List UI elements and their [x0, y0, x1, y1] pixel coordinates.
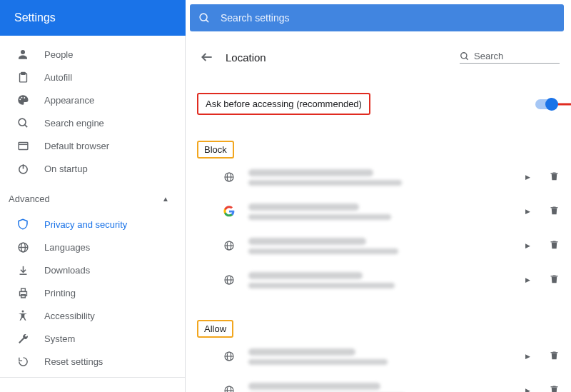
palette-icon — [16, 93, 30, 107]
site-row[interactable]: ▶ — [196, 373, 562, 392]
power-icon — [16, 161, 30, 176]
chevron-up-icon: ▲ — [162, 195, 169, 203]
sidebar-item-languages[interactable]: Languages — [0, 236, 185, 258]
allow-list: ▶▶▶ — [196, 339, 562, 392]
delete-button[interactable] — [549, 239, 560, 252]
sidebar-label: Autofill — [44, 72, 72, 83]
advanced-label: Advanced — [9, 194, 50, 204]
sidebar-advanced-toggle[interactable]: Advanced ▲ — [0, 184, 185, 213]
shield-icon — [16, 217, 30, 231]
svg-point-2 — [21, 50, 25, 54]
page-search-label: Search — [474, 51, 503, 61]
sidebar-item-autofill[interactable]: Autofill — [0, 66, 185, 89]
sidebar-item-reset-settings[interactable]: Reset settings — [0, 350, 185, 373]
svg-point-6 — [21, 97, 23, 99]
svg-point-22 — [22, 311, 24, 313]
delete-button[interactable] — [549, 171, 560, 184]
block-section-header: Block — [196, 139, 562, 160]
back-button[interactable] — [198, 49, 216, 66]
site-row[interactable]: ▶ — [196, 339, 562, 373]
ask-before-row: Ask before accessing (recommended) — [196, 90, 562, 118]
site-text — [248, 383, 525, 393]
sidebar-item-downloads[interactable]: Downloads — [0, 258, 185, 281]
page-search-input[interactable]: Search — [460, 51, 560, 64]
page-title: Location — [226, 51, 266, 64]
site-row[interactable]: ▶ — [196, 194, 562, 228]
search-settings-placeholder: Search settings — [221, 12, 290, 24]
sidebar: People Autofill Appearance Search engine… — [0, 36, 186, 392]
site-row[interactable]: ▶ — [196, 160, 562, 194]
accessibility-icon — [16, 308, 30, 323]
sidebar-item-extensions[interactable]: Extensions — [0, 382, 185, 392]
sidebar-label: Privacy and security — [44, 219, 127, 230]
chevron-right-icon[interactable]: ▶ — [525, 174, 530, 181]
svg-point-25 — [461, 52, 467, 58]
download-icon — [16, 263, 30, 277]
delete-button[interactable] — [549, 205, 560, 218]
block-label: Block — [197, 141, 234, 159]
globe-icon — [223, 171, 236, 184]
app-header: Settings Search settings — [0, 0, 571, 36]
sidebar-label: On startup — [44, 164, 88, 174]
delete-button[interactable] — [549, 273, 560, 286]
sidebar-item-system[interactable]: System — [0, 327, 185, 350]
search-icon — [198, 12, 211, 24]
globe-icon — [223, 239, 236, 252]
sidebar-label: System — [44, 333, 75, 344]
chevron-right-icon[interactable]: ▶ — [525, 353, 530, 360]
svg-point-46 — [225, 386, 233, 392]
person-icon — [16, 47, 30, 61]
delete-button[interactable] — [549, 384, 560, 392]
site-text — [248, 169, 525, 186]
toggle-knob — [545, 98, 558, 111]
sidebar-item-people[interactable]: People — [0, 43, 185, 66]
site-row[interactable]: ▶ — [196, 228, 562, 263]
svg-point-7 — [24, 97, 25, 99]
search-icon — [16, 116, 30, 130]
ask-before-label: Ask before accessing (recommended) — [197, 93, 370, 115]
sidebar-label: Printing — [44, 288, 76, 298]
site-row[interactable]: ▶ — [196, 263, 562, 297]
site-text — [248, 348, 525, 365]
ask-before-toggle[interactable] — [535, 99, 557, 109]
svg-point-8 — [19, 119, 26, 126]
svg-point-5 — [19, 99, 21, 100]
printer-icon — [16, 286, 30, 300]
sidebar-item-on-startup[interactable]: On startup — [0, 157, 185, 180]
app-title: Settings — [14, 11, 56, 24]
sidebar-label: Accessibility — [44, 311, 95, 321]
sidebar-item-appearance[interactable]: Appearance — [0, 89, 185, 111]
sidebar-item-search-engine[interactable]: Search engine — [0, 111, 185, 134]
allow-label: Allow — [197, 320, 233, 338]
search-icon — [460, 51, 470, 61]
wrench-icon — [16, 331, 30, 346]
chevron-right-icon[interactable]: ▶ — [525, 208, 530, 215]
sidebar-item-default-browser[interactable]: Default browser — [0, 134, 185, 157]
sidebar-label: Reset settings — [44, 356, 103, 367]
site-text — [248, 238, 525, 254]
site-text — [248, 272, 525, 288]
chevron-right-icon[interactable]: ▶ — [525, 242, 530, 249]
arrow-back-icon — [200, 50, 214, 64]
main-content: Location Search Ask before accessing (re… — [186, 36, 571, 392]
sidebar-label: Search engine — [44, 118, 104, 129]
delete-button[interactable] — [549, 350, 560, 363]
globe-icon — [223, 384, 236, 392]
globe-icon — [223, 273, 236, 286]
sidebar-label: Default browser — [44, 141, 109, 151]
sidebar-item-printing[interactable]: Printing — [0, 281, 185, 304]
chevron-right-icon[interactable]: ▶ — [525, 387, 530, 392]
google-icon — [223, 205, 236, 218]
sidebar-label: People — [44, 49, 73, 60]
header-title-bar: Settings — [0, 0, 186, 36]
sidebar-label: Appearance — [44, 95, 94, 106]
chevron-right-icon[interactable]: ▶ — [525, 276, 530, 283]
svg-line-26 — [466, 57, 468, 59]
globe-icon — [16, 240, 30, 254]
sidebar-item-accessibility[interactable]: Accessibility — [0, 304, 185, 327]
globe-icon — [223, 350, 236, 363]
browser-icon — [16, 139, 30, 153]
search-settings-input[interactable]: Search settings — [190, 4, 564, 31]
svg-point-47 — [227, 386, 231, 392]
sidebar-item-privacy-security[interactable]: Privacy and security — [0, 213, 185, 236]
